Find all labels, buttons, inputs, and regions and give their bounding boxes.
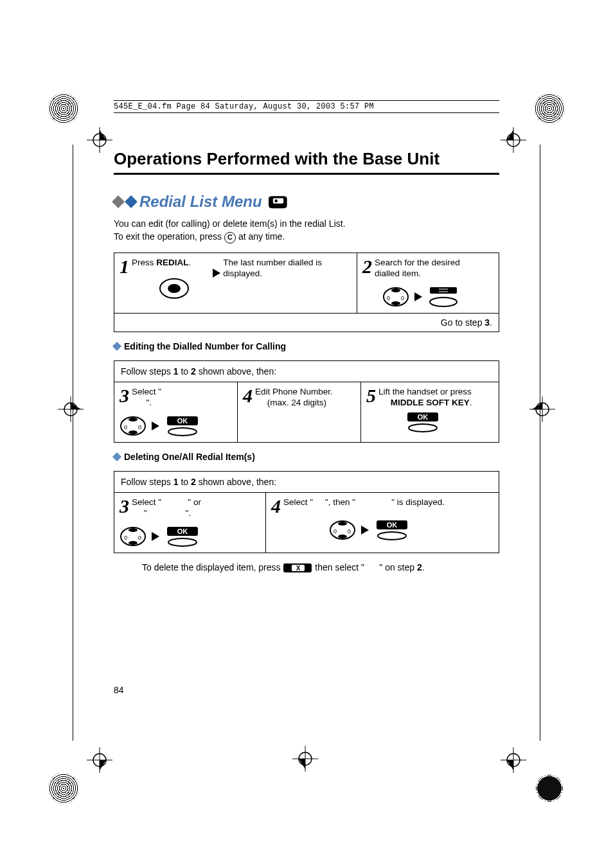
regmark-icon bbox=[292, 746, 318, 772]
navigator-key-icon: 00 bbox=[120, 526, 147, 547]
arrow-right-icon bbox=[213, 269, 220, 278]
svg-point-24 bbox=[168, 284, 181, 293]
svg-point-46 bbox=[129, 528, 138, 532]
crop-guide-left bbox=[73, 145, 73, 741]
footnote-text: To delete the displayed item, press X th… bbox=[114, 562, 499, 573]
svg-text:0: 0 bbox=[138, 424, 141, 430]
ok-softkey-icon: OK bbox=[406, 411, 440, 433]
svg-text:OK: OK bbox=[418, 413, 429, 421]
erase-softkey-icon: X bbox=[283, 562, 315, 572]
ok-softkey-icon: OK bbox=[166, 415, 199, 437]
regmark-icon bbox=[529, 396, 555, 422]
step-number: 4 bbox=[271, 497, 281, 516]
svg-text:OK: OK bbox=[387, 521, 398, 529]
svg-text:0: 0 bbox=[401, 295, 404, 301]
svg-point-55 bbox=[338, 535, 347, 538]
svg-point-26 bbox=[391, 288, 400, 292]
sub-header-editing: Editing the Dialled Number for Calling bbox=[114, 341, 499, 351]
ok-softkey-icon: OK bbox=[166, 526, 199, 547]
sub-header-deleting: Deleting One/All Redial Item(s) bbox=[114, 452, 499, 462]
navigator-key-icon: 00 bbox=[120, 415, 147, 437]
svg-rect-22 bbox=[274, 200, 277, 202]
intro-text: You can edit (for calling) or delete ite… bbox=[114, 217, 499, 244]
step-number: 2 bbox=[362, 257, 372, 276]
file-header-rule: 545E_E_04.fm Page 84 Saturday, August 30… bbox=[114, 100, 499, 113]
svg-rect-30 bbox=[430, 287, 457, 294]
ok-softkey-icon: OK bbox=[375, 519, 409, 541]
crop-circle-bl bbox=[48, 773, 79, 804]
regmark-icon bbox=[87, 127, 112, 153]
crop-guide-right bbox=[540, 145, 540, 741]
svg-text:0: 0 bbox=[348, 528, 351, 535]
svg-point-41 bbox=[168, 428, 197, 436]
steps-block-delete: Follow steps 1 to 2 shown above, then: 3… bbox=[114, 471, 499, 553]
steps-block-1: 1 Press REDIAL. The last bbox=[114, 252, 499, 332]
svg-text:X: X bbox=[296, 565, 301, 572]
svg-text:OK: OK bbox=[177, 527, 188, 535]
base-unit-icon bbox=[266, 194, 288, 209]
follow-steps-text: Follow steps 1 to 2 shown above, then: bbox=[114, 472, 499, 492]
edit-step-4: 4 Edit Phone Number. (max. 24 digits) bbox=[243, 386, 355, 409]
svg-text:OK: OK bbox=[177, 417, 188, 425]
step-number: 4 bbox=[243, 386, 253, 405]
jog-dial-icon bbox=[158, 277, 190, 300]
crop-circle-tr bbox=[534, 93, 565, 124]
edit-step-5: 5 Lift the handset or press MIDDLE SOFT … bbox=[366, 386, 479, 409]
svg-text:0: 0 bbox=[387, 295, 390, 301]
page-title: Operations Performed with the Base Unit bbox=[114, 149, 499, 175]
crop-circle-br bbox=[534, 773, 565, 804]
go-to-step: Go to step 3. bbox=[114, 314, 499, 332]
step-mid-text: The last number dialled is displayed. bbox=[223, 257, 332, 279]
svg-text:0: 0 bbox=[333, 528, 337, 535]
svg-point-35 bbox=[129, 418, 138, 421]
svg-rect-21 bbox=[273, 199, 283, 204]
diamond-icon bbox=[112, 342, 121, 351]
arrow-right-icon bbox=[361, 526, 369, 535]
edit-step-3: 3 Select " ". bbox=[120, 386, 232, 409]
diamond-icon bbox=[112, 452, 121, 461]
regmark-icon bbox=[501, 747, 526, 773]
svg-text:0: 0 bbox=[138, 535, 141, 541]
arrow-right-icon bbox=[414, 292, 422, 301]
svg-point-52 bbox=[168, 538, 197, 546]
diamond-icon bbox=[125, 195, 138, 208]
step-number: 5 bbox=[366, 386, 376, 405]
svg-text:0: 0 bbox=[124, 535, 127, 541]
regmark-icon bbox=[501, 127, 526, 153]
del-step-3: 3 Select " " or " ". bbox=[120, 497, 260, 519]
arrow-right-icon bbox=[152, 421, 159, 430]
follow-steps-text: Follow steps 1 to 2 shown above, then: bbox=[114, 361, 499, 382]
svg-point-47 bbox=[129, 541, 138, 545]
arrow-right-icon bbox=[152, 532, 159, 541]
svg-point-36 bbox=[129, 430, 138, 434]
svg-point-44 bbox=[409, 424, 437, 432]
step-number: 3 bbox=[120, 386, 129, 405]
intro-line2: To exit the operation, press C at any ti… bbox=[114, 230, 499, 243]
steps-block-edit: Follow steps 1 to 2 shown above, then: 3… bbox=[114, 360, 499, 443]
intro-line1: You can edit (for calling) or delete ite… bbox=[114, 217, 499, 230]
svg-point-54 bbox=[338, 522, 347, 526]
key-c-icon: C bbox=[224, 232, 236, 244]
navigator-key-icon: 00 bbox=[382, 286, 409, 308]
page-number: 84 bbox=[114, 685, 124, 695]
step-number: 1 bbox=[120, 257, 129, 276]
navigator-key-icon: 00 bbox=[329, 519, 356, 541]
regmark-icon bbox=[87, 747, 112, 773]
crop-circle-tl bbox=[48, 93, 79, 124]
step-1-text: 1 Press REDIAL. bbox=[120, 257, 191, 269]
del-step-4: 4 Select " ", then " " is displayed. bbox=[271, 497, 479, 508]
svg-point-60 bbox=[378, 532, 406, 540]
section-title: Redial List Menu bbox=[139, 193, 262, 211]
diamond-icon bbox=[112, 195, 125, 208]
file-header-text: 545E_E_04.fm Page 84 Saturday, August 30… bbox=[114, 102, 499, 111]
softkey-stack-icon bbox=[427, 286, 459, 308]
step-number: 3 bbox=[120, 497, 129, 516]
svg-text:0: 0 bbox=[124, 424, 127, 430]
svg-point-27 bbox=[391, 301, 400, 305]
step-2-text: 2 Search for the desired dialled item. bbox=[362, 257, 479, 279]
svg-point-33 bbox=[430, 297, 457, 306]
regmark-icon bbox=[58, 396, 84, 422]
